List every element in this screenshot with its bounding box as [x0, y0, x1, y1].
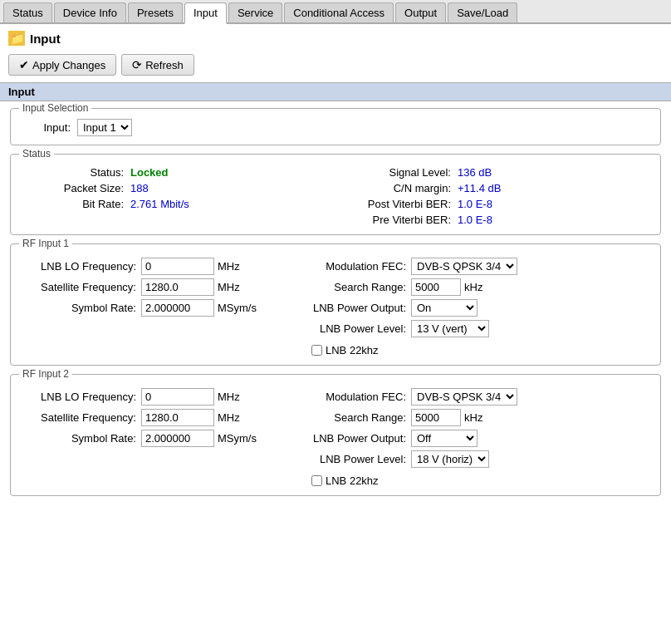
signal-level-value: 136 dB [456, 166, 650, 179]
rf2-lnb-power-output-field: LNB Power Output: On Off [303, 430, 650, 447]
rf1-lnb-power-output-field: LNB Power Output: On Off [303, 299, 650, 317]
rf1-lnb-power-level-select[interactable]: 13 V (vert) 18 V (horiz) Off [411, 320, 489, 337]
tab-conditional-access[interactable]: Conditional Access [284, 2, 394, 22]
input-selection-group: Input Selection Input: Input 1 Input 2 [10, 108, 661, 145]
rf1-lnb-power-output-val: On Off [411, 299, 478, 317]
checkmark-icon: ✔ [19, 58, 29, 71]
rf1-search-range-label: Search Range: [303, 281, 411, 293]
post-viterbi-label: Post Viterbi BER: [323, 198, 456, 210]
rf1-search-range-unit: kHz [464, 281, 482, 293]
rf1-search-range-field: Search Range: kHz [303, 278, 650, 296]
packet-size-value: 188 [129, 182, 323, 194]
rf2-search-range-val: kHz [411, 409, 482, 426]
tab-service[interactable]: Service [228, 2, 282, 22]
rf1-lnb-power-output-select[interactable]: On Off [411, 299, 478, 317]
status-group: Status Status: Locked Signal Level: 136 … [10, 154, 661, 235]
tab-status[interactable]: Status [3, 2, 52, 22]
rf1-lnb-power-output-label: LNB Power Output: [303, 302, 411, 314]
rf2-lnb-power-output-label: LNB Power Output: [303, 432, 411, 445]
rf2-search-range-field: Search Range: kHz [303, 409, 650, 426]
rf1-sat-freq-input[interactable] [141, 278, 214, 296]
status-grid: Status: Locked Signal Level: 136 dB Pack… [21, 166, 650, 226]
empty-value [129, 214, 323, 226]
status-status-value: Locked [129, 166, 323, 179]
rf2-sat-freq-label: Satellite Frequency: [21, 411, 141, 424]
rf2-legend: RF Input 2 [19, 368, 72, 380]
tab-output[interactable]: Output [395, 2, 446, 22]
rf-input-2-group: RF Input 2 LNB LO Frequency: MHz Satelli… [10, 374, 661, 496]
refresh-label: Refresh [145, 59, 184, 71]
refresh-icon: ⟳ [132, 58, 142, 71]
status-legend: Status [19, 148, 54, 160]
rf2-lnb-lo-freq-input[interactable] [141, 388, 214, 406]
input-select[interactable]: Input 1 Input 2 [77, 119, 132, 136]
rf1-mod-fec-val: DVB-S QPSK 3/4 DVB-S QPSK 1/2 DVB-S QPSK… [411, 258, 517, 275]
rf2-search-range-input[interactable] [411, 409, 461, 426]
rf1-sym-rate-input[interactable] [141, 299, 214, 317]
rf1-sym-rate-field: Symbol Rate: MSym/s [21, 299, 303, 317]
rf2-lnb-power-level-val: 13 V (vert) 18 V (horiz) Off [411, 450, 489, 468]
folder-icon: 📁 [8, 31, 25, 46]
signal-level-label: Signal Level: [323, 166, 456, 179]
input-selection-legend: Input Selection [19, 102, 91, 114]
rf2-lnb-power-output-val: On Off [411, 430, 478, 447]
rf1-sat-freq-unit: MHz [218, 281, 255, 293]
rf2-mod-fec-val: DVB-S QPSK 3/4 DVB-S QPSK 1/2 DVB-S QPSK… [411, 388, 517, 406]
tab-save-load[interactable]: Save/Load [448, 2, 517, 22]
rf1-search-range-val: kHz [411, 278, 482, 296]
rf1-lnb-lo-freq-unit: MHz [218, 260, 255, 273]
rf2-lnb-power-level-field: LNB Power Level: 13 V (vert) 18 V (horiz… [303, 450, 650, 468]
bit-rate-value: 2.761 Mbit/s [129, 198, 323, 210]
rf1-lnb-lo-freq-input[interactable] [141, 258, 214, 275]
tab-input[interactable]: Input [184, 2, 227, 24]
apply-changes-button[interactable]: ✔ Apply Changes [8, 54, 116, 76]
rf1-sat-freq-field: Satellite Frequency: MHz [21, 278, 303, 296]
rf2-search-range-label: Search Range: [303, 411, 411, 424]
rf1-mod-fec-select[interactable]: DVB-S QPSK 3/4 DVB-S QPSK 1/2 DVB-S QPSK… [411, 258, 517, 275]
rf2-mod-fec-select[interactable]: DVB-S QPSK 3/4 DVB-S QPSK 1/2 DVB-S QPSK… [411, 388, 517, 406]
content-area: Input Selection Input: Input 1 Input 2 S… [0, 101, 671, 511]
rf2-lnb-power-level-label: LNB Power Level: [303, 453, 411, 465]
rf2-lnb-22khz-checkbox[interactable] [311, 475, 322, 486]
page-header: 📁 Input [0, 24, 671, 51]
rf2-sym-rate-label: Symbol Rate: [21, 432, 141, 445]
rf2-lnb-power-level-select[interactable]: 13 V (vert) 18 V (horiz) Off [411, 450, 489, 468]
rf1-lnb-power-level-val: 13 V (vert) 18 V (horiz) Off [411, 320, 489, 337]
rf2-lnb-lo-freq-label: LNB LO Frequency: [21, 391, 141, 403]
cn-margin-label: C/N margin: [323, 182, 456, 194]
rf2-mod-fec-label: Modulation FEC: [303, 391, 411, 403]
rf1-search-range-input[interactable] [411, 278, 461, 296]
refresh-button[interactable]: ⟳ Refresh [121, 54, 194, 76]
bit-rate-label: Bit Rate: [21, 198, 129, 210]
rf2-sat-freq-unit: MHz [218, 411, 255, 424]
rf1-sym-rate-label: Symbol Rate: [21, 302, 141, 314]
rf2-mod-fec-field: Modulation FEC: DVB-S QPSK 3/4 DVB-S QPS… [303, 388, 650, 406]
rf2-lnb-lo-freq-field: LNB LO Frequency: MHz [21, 388, 303, 406]
rf1-sat-freq-label: Satellite Frequency: [21, 281, 141, 293]
rf1-mod-fec-field: Modulation FEC: DVB-S QPSK 3/4 DVB-S QPS… [303, 258, 650, 275]
tab-bar: Status Device Info Presets Input Service… [0, 0, 671, 24]
rf1-left-col: LNB LO Frequency: MHz Satellite Frequenc… [21, 258, 303, 356]
rf2-sat-freq-input[interactable] [141, 409, 214, 426]
empty-label [21, 214, 129, 226]
rf2-lnb-22khz-label: LNB 22khz [326, 474, 379, 487]
rf1-lnb-lo-freq-field: LNB LO Frequency: MHz [21, 258, 303, 275]
tab-device-info[interactable]: Device Info [54, 2, 126, 22]
rf2-lnb-power-output-select[interactable]: On Off [411, 430, 478, 447]
rf2-sym-rate-unit: MSym/s [218, 432, 257, 445]
rf1-lnb-22khz-checkbox[interactable] [311, 345, 322, 356]
toolbar: ✔ Apply Changes ⟳ Refresh [0, 51, 671, 82]
page-title: Input [30, 32, 61, 46]
section-label: Input [0, 82, 671, 101]
rf2-sym-rate-field: Symbol Rate: MSym/s [21, 430, 303, 447]
pre-viterbi-label: Pre Viterbi BER: [323, 214, 456, 226]
tab-presets[interactable]: Presets [128, 2, 183, 22]
rf1-lnb-power-level-label: LNB Power Level: [303, 322, 411, 335]
rf1-lnb-22khz-label: LNB 22khz [326, 344, 379, 356]
rf1-right-col: Modulation FEC: DVB-S QPSK 3/4 DVB-S QPS… [303, 258, 650, 356]
status-status-label: Status: [21, 166, 129, 179]
cn-margin-value: +11.4 dB [456, 182, 650, 194]
rf2-sym-rate-input[interactable] [141, 430, 214, 447]
apply-changes-label: Apply Changes [32, 59, 105, 71]
rf2-right-col: Modulation FEC: DVB-S QPSK 3/4 DVB-S QPS… [303, 388, 650, 487]
